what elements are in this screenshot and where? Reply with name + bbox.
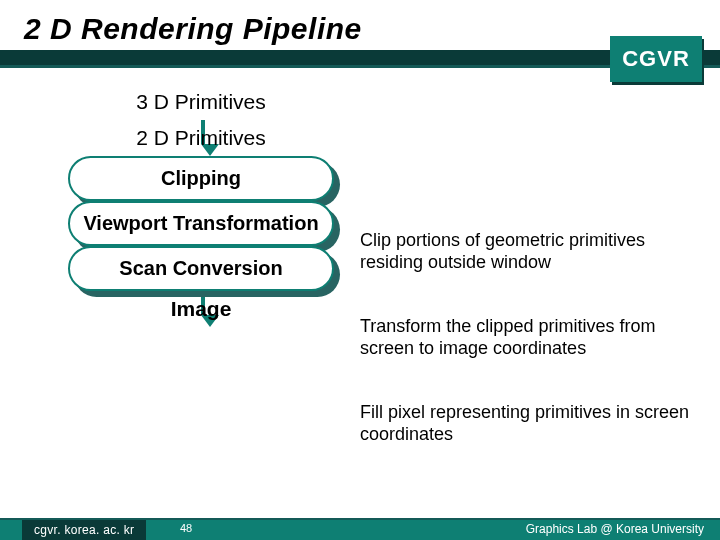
desc-clipping: Clip portions of geometric primitives re… [360,230,700,273]
slide-title: 2 D Rendering Pipeline [24,12,362,46]
slide: 2 D Rendering Pipeline CGVR 3 D Primitiv… [0,0,720,540]
slide-number: 48 [180,522,192,534]
stage-3d-primitives: 3 D Primitives [68,84,334,120]
brand-badge: CGVR [610,36,702,82]
desc-scan: Fill pixel representing primitives in sc… [360,402,700,445]
desc-viewport: Transform the clipped primitives from sc… [360,316,700,359]
stage-clipping: Clipping [68,156,334,201]
footer-url: cgvr. korea. ac. kr [22,520,146,540]
footer-credit: Graphics Lab @ Korea University [526,522,704,536]
pipeline-column: 3 D Primitives 2 D Primitives Clipping V… [68,84,334,327]
stage-scan-conversion: Scan Conversion [68,246,334,291]
stage-label: Clipping [68,156,334,201]
stage-2d-primitives: 2 D Primitives [68,120,334,156]
stage-viewport-transformation: Viewport Transformation [68,201,334,246]
stage-label: Scan Conversion [68,246,334,291]
stage-label: Viewport Transformation [68,201,334,246]
brand-label: CGVR [622,46,690,72]
footer: cgvr. korea. ac. kr 48 Graphics Lab @ Ko… [0,518,720,540]
